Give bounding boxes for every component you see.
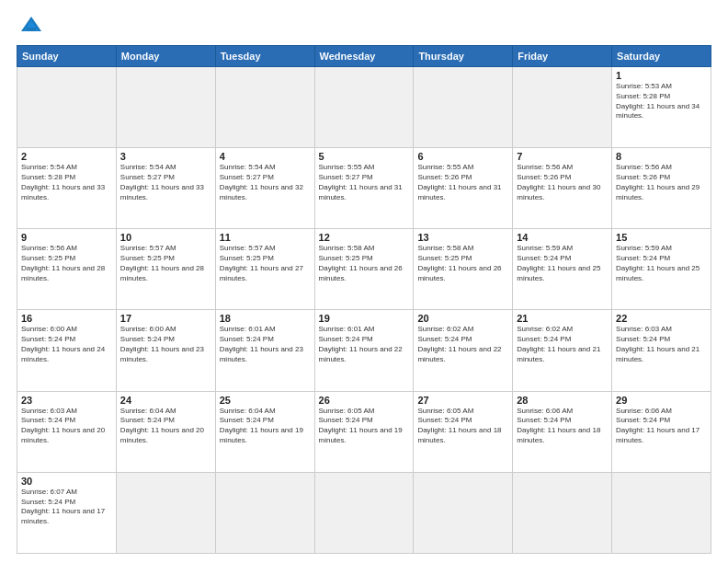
day-info: Sunrise: 6:03 AMSunset: 5:24 PMDaylight:… [616, 325, 707, 364]
calendar-cell: 24Sunrise: 6:04 AMSunset: 5:24 PMDayligh… [116, 391, 215, 472]
day-number: 26 [319, 395, 410, 406]
calendar-cell: 14Sunrise: 5:59 AMSunset: 5:24 PMDayligh… [513, 229, 612, 310]
day-info: Sunrise: 5:53 AMSunset: 5:28 PMDaylight:… [616, 82, 707, 121]
day-info: Sunrise: 5:54 AMSunset: 5:27 PMDaylight:… [220, 163, 311, 202]
calendar-cell: 9Sunrise: 5:56 AMSunset: 5:25 PMDaylight… [17, 229, 117, 310]
svg-rect-2 [27, 28, 36, 31]
day-info: Sunrise: 6:06 AMSunset: 5:24 PMDaylight:… [517, 407, 608, 446]
calendar-week-row: 1Sunrise: 5:53 AMSunset: 5:28 PMDaylight… [17, 67, 711, 148]
day-number: 19 [319, 313, 410, 324]
day-number: 2 [21, 151, 112, 162]
calendar-cell [513, 67, 612, 148]
calendar-cell: 16Sunrise: 6:00 AMSunset: 5:24 PMDayligh… [17, 310, 117, 391]
calendar-cell [116, 472, 215, 553]
day-number: 23 [21, 395, 112, 406]
logo-text [17, 17, 43, 37]
calendar-cell: 29Sunrise: 6:06 AMSunset: 5:24 PMDayligh… [612, 391, 711, 472]
calendar-cell [612, 472, 711, 553]
day-info: Sunrise: 6:07 AMSunset: 5:24 PMDaylight:… [21, 488, 112, 527]
calendar-cell: 1Sunrise: 5:53 AMSunset: 5:28 PMDaylight… [612, 67, 711, 148]
day-number: 7 [517, 151, 608, 162]
calendar-cell: 10Sunrise: 5:57 AMSunset: 5:25 PMDayligh… [116, 229, 215, 310]
day-number: 27 [417, 395, 508, 406]
header-monday: Monday [116, 46, 215, 67]
header-saturday: Saturday [612, 46, 711, 67]
calendar-cell: 5Sunrise: 5:55 AMSunset: 5:27 PMDaylight… [314, 148, 414, 229]
day-number: 30 [21, 476, 112, 487]
calendar-cell: 11Sunrise: 5:57 AMSunset: 5:25 PMDayligh… [215, 229, 314, 310]
day-number: 8 [616, 151, 707, 162]
day-info: Sunrise: 6:05 AMSunset: 5:24 PMDaylight:… [417, 407, 508, 446]
day-info: Sunrise: 6:00 AMSunset: 5:24 PMDaylight:… [21, 325, 112, 364]
day-number: 13 [417, 232, 508, 243]
day-number: 14 [517, 232, 608, 243]
calendar-cell [513, 472, 612, 553]
calendar-cell [215, 67, 314, 148]
calendar-cell [414, 67, 513, 148]
calendar-cell [215, 472, 314, 553]
day-info: Sunrise: 6:06 AMSunset: 5:24 PMDaylight:… [616, 407, 707, 446]
day-info: Sunrise: 5:54 AMSunset: 5:28 PMDaylight:… [21, 163, 112, 202]
header-wednesday: Wednesday [314, 46, 414, 67]
calendar-cell: 8Sunrise: 5:56 AMSunset: 5:26 PMDaylight… [612, 148, 711, 229]
day-info: Sunrise: 5:57 AMSunset: 5:25 PMDaylight:… [220, 244, 311, 283]
day-info: Sunrise: 6:01 AMSunset: 5:24 PMDaylight:… [220, 325, 311, 364]
calendar-cell: 20Sunrise: 6:02 AMSunset: 5:24 PMDayligh… [414, 310, 513, 391]
header [17, 17, 711, 38]
day-info: Sunrise: 6:04 AMSunset: 5:24 PMDaylight:… [120, 407, 211, 446]
calendar-cell: 6Sunrise: 5:55 AMSunset: 5:26 PMDaylight… [414, 148, 513, 229]
weekday-header-row: Sunday Monday Tuesday Wednesday Thursday… [17, 46, 711, 67]
header-friday: Friday [513, 46, 612, 67]
calendar-cell: 4Sunrise: 5:54 AMSunset: 5:27 PMDaylight… [215, 148, 314, 229]
day-info: Sunrise: 5:59 AMSunset: 5:24 PMDaylight:… [517, 244, 608, 283]
calendar-cell: 23Sunrise: 6:03 AMSunset: 5:24 PMDayligh… [17, 391, 117, 472]
calendar-cell: 28Sunrise: 6:06 AMSunset: 5:24 PMDayligh… [513, 391, 612, 472]
header-tuesday: Tuesday [215, 46, 314, 67]
day-info: Sunrise: 5:56 AMSunset: 5:26 PMDaylight:… [616, 163, 707, 202]
calendar-cell [17, 67, 117, 148]
logo [17, 17, 43, 38]
calendar-cell [314, 472, 414, 553]
calendar-cell: 15Sunrise: 5:59 AMSunset: 5:24 PMDayligh… [612, 229, 711, 310]
calendar-cell: 18Sunrise: 6:01 AMSunset: 5:24 PMDayligh… [215, 310, 314, 391]
day-number: 9 [21, 232, 112, 243]
header-thursday: Thursday [414, 46, 513, 67]
day-number: 25 [220, 395, 311, 406]
day-info: Sunrise: 6:00 AMSunset: 5:24 PMDaylight:… [120, 325, 211, 364]
day-number: 16 [21, 313, 112, 324]
calendar-cell: 3Sunrise: 5:54 AMSunset: 5:27 PMDaylight… [116, 148, 215, 229]
day-number: 11 [220, 232, 311, 243]
day-info: Sunrise: 5:55 AMSunset: 5:26 PMDaylight:… [417, 163, 508, 202]
day-info: Sunrise: 5:59 AMSunset: 5:24 PMDaylight:… [616, 244, 707, 283]
day-number: 5 [319, 151, 410, 162]
day-number: 15 [616, 232, 707, 243]
day-info: Sunrise: 5:56 AMSunset: 5:25 PMDaylight:… [21, 244, 112, 283]
calendar-cell: 21Sunrise: 6:02 AMSunset: 5:24 PMDayligh… [513, 310, 612, 391]
day-number: 20 [417, 313, 508, 324]
day-number: 24 [120, 395, 211, 406]
calendar-week-row: 30Sunrise: 6:07 AMSunset: 5:24 PMDayligh… [17, 472, 711, 553]
calendar-cell: 25Sunrise: 6:04 AMSunset: 5:24 PMDayligh… [215, 391, 314, 472]
day-info: Sunrise: 6:02 AMSunset: 5:24 PMDaylight:… [417, 325, 508, 364]
day-info: Sunrise: 5:55 AMSunset: 5:27 PMDaylight:… [319, 163, 410, 202]
day-number: 4 [220, 151, 311, 162]
day-info: Sunrise: 6:04 AMSunset: 5:24 PMDaylight:… [220, 407, 311, 446]
day-number: 17 [120, 313, 211, 324]
day-info: Sunrise: 6:01 AMSunset: 5:24 PMDaylight:… [319, 325, 410, 364]
calendar-cell: 19Sunrise: 6:01 AMSunset: 5:24 PMDayligh… [314, 310, 414, 391]
calendar-cell [414, 472, 513, 553]
day-number: 18 [220, 313, 311, 324]
day-info: Sunrise: 5:58 AMSunset: 5:25 PMDaylight:… [417, 244, 508, 283]
calendar-cell: 27Sunrise: 6:05 AMSunset: 5:24 PMDayligh… [414, 391, 513, 472]
calendar-cell: 30Sunrise: 6:07 AMSunset: 5:24 PMDayligh… [17, 472, 117, 553]
calendar-cell: 12Sunrise: 5:58 AMSunset: 5:25 PMDayligh… [314, 229, 414, 310]
header-sunday: Sunday [17, 46, 117, 67]
calendar-cell: 13Sunrise: 5:58 AMSunset: 5:25 PMDayligh… [414, 229, 513, 310]
day-info: Sunrise: 6:02 AMSunset: 5:24 PMDaylight:… [517, 325, 608, 364]
calendar-cell: 22Sunrise: 6:03 AMSunset: 5:24 PMDayligh… [612, 310, 711, 391]
calendar-week-row: 16Sunrise: 6:00 AMSunset: 5:24 PMDayligh… [17, 310, 711, 391]
day-info: Sunrise: 5:57 AMSunset: 5:25 PMDaylight:… [120, 244, 211, 283]
day-number: 3 [120, 151, 211, 162]
calendar-week-row: 23Sunrise: 6:03 AMSunset: 5:24 PMDayligh… [17, 391, 711, 472]
calendar-cell [314, 67, 414, 148]
